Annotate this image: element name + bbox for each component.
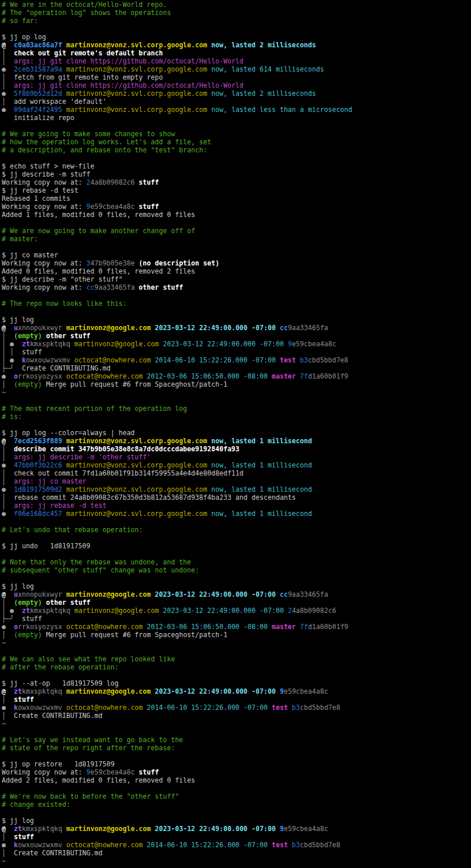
terminal-line: │ │ stuff (2, 348, 471, 356)
terminal: # We are in the octocat/Hello-World repo… (0, 0, 471, 868)
terminal-line: ● 2ceb31587a9a martinvonz@vonz.svl.corp.… (2, 65, 471, 73)
terminal-line: │ describe commit 347b9b05e38e8c8a7dc0dc… (2, 445, 471, 453)
terminal-line: $ jj op log (2, 33, 471, 41)
terminal-line: # Let's say we instead want to go back t… (2, 736, 471, 744)
terminal-line: # subsequent "other stuff" change was no… (2, 566, 471, 574)
terminal-line: $ jj co master (2, 251, 471, 259)
terminal-line: # We are now going to make another chang… (2, 227, 471, 235)
terminal-line: @ ztkmxspktqkq martinvonz@google.com 202… (2, 825, 471, 833)
terminal-line (2, 784, 471, 792)
terminal-line (2, 122, 471, 130)
terminal-line: │ (empty) other stuff (2, 332, 471, 340)
terminal-line (2, 809, 471, 817)
terminal-line: ● f06e168dc457 martinvonz@vonz.svl.corp.… (2, 510, 471, 518)
terminal-line: ● orrkosyozysx octocat@nowhere.com 2012-… (2, 623, 471, 631)
terminal-line: # is: (2, 413, 471, 421)
terminal-line: $ echo stuff > new-file (2, 162, 471, 170)
terminal-line: │ check out git remote's default branch (2, 49, 471, 57)
terminal-line: $ jj --at-op 1d81917509 log (2, 679, 471, 687)
terminal-line (2, 752, 471, 760)
terminal-line: │ args: jj co master (2, 477, 471, 485)
terminal-line: $ jj log (2, 316, 471, 324)
terminal-line: # The "operation log" shows the operatio… (2, 9, 471, 17)
terminal-line: # We can also see what the repo looked l… (2, 655, 471, 663)
terminal-line: │ args: jj git clone https://github.com/… (2, 57, 471, 65)
terminal-line: │ check out commit 7fd1a60b01f91b314f599… (2, 469, 471, 477)
terminal-line: │ (empty) other stuff (2, 598, 471, 607)
terminal-line (2, 574, 471, 582)
terminal-line: Working copy now at: 24a8b09082c6 stuff (2, 178, 471, 186)
terminal-line: │ add workspace 'default' (2, 98, 471, 106)
terminal-line: ● 09daf24f2495 martinvonz@vonz.svl.corp.… (2, 106, 471, 114)
terminal-line: │ args: jj git clone https://github.com/… (2, 81, 471, 89)
terminal-line: ~ (2, 639, 471, 647)
terminal-line: $ jj describe -m "other stuff" (2, 275, 471, 283)
terminal-line: $ jj log (2, 817, 471, 825)
terminal-line: # Note that only the rebase was undone, … (2, 558, 471, 566)
terminal-line (2, 518, 471, 526)
terminal-line: $ jj log (2, 582, 471, 590)
terminal-line: # Let's undo that rebase operation: (2, 526, 471, 534)
terminal-line: ~ (2, 857, 471, 865)
terminal-line: │ stuff (2, 695, 471, 704)
terminal-line: │ Create CONTRIBUTING.md (2, 712, 471, 720)
terminal-line: ● kowxouwzwxmv octocat@nowhere.com 2014-… (2, 841, 471, 849)
terminal-line (2, 243, 471, 251)
terminal-line: Working copy now at: 347b9b05e38e (no de… (2, 259, 471, 267)
terminal-line: @ ztkmxspktqkq martinvonz@google.com 202… (2, 687, 471, 695)
terminal-line (2, 728, 471, 736)
terminal-line: # The most recent portion of the operati… (2, 405, 471, 413)
terminal-line: # how the operation log works. Let's add… (2, 138, 471, 146)
terminal-line: # We are in the octocat/Hello-World repo… (2, 1, 471, 9)
terminal-line: $ jj rebase -d test (2, 186, 471, 194)
terminal-line: @ uxnnopukxwyr martinvonz@google.com 202… (2, 324, 471, 332)
terminal-line: Working copy now at: 9e59cbea4a8c stuff (2, 203, 471, 211)
terminal-line: ● 47bb0f3b22c6 martinvonz@vonz.svl.corp.… (2, 461, 471, 469)
terminal-line (2, 534, 471, 542)
terminal-line (2, 421, 471, 429)
terminal-line: @ uxnnopukxwyr martinvonz@google.com 202… (2, 590, 471, 598)
terminal-line: ~ (2, 388, 471, 396)
terminal-line: Working copy now at: 9e59cbea4a8c stuff (2, 768, 471, 776)
terminal-line: Added 0 files, modified 0 files, removed… (2, 267, 471, 275)
terminal-output: # We are in the octocat/Hello-World repo… (2, 1, 471, 865)
terminal-line: ● 1d81917509d2 martinvonz@vonz.svl.corp.… (2, 485, 471, 493)
terminal-line: # a description, and rebase onto the "te… (2, 146, 471, 154)
terminal-line: │ fetch from git remote into empty repo (2, 73, 471, 81)
terminal-line (2, 671, 471, 679)
terminal-line (2, 550, 471, 558)
terminal-line: │ args: jj rebase -d test (2, 502, 471, 510)
terminal-line: │ ● ztkmxspktqkq martinvonz@google.com 2… (2, 340, 471, 348)
terminal-line: ● orrkosyozysx octocat@nowhere.com 2012-… (2, 372, 471, 380)
terminal-line: $ jj op log --color=always | head (2, 429, 471, 437)
terminal-line: │ Create CONTRIBUTING.md (2, 849, 471, 857)
terminal-line: # so far: (2, 17, 471, 25)
terminal-line: │ rebase commit 24a8b09082c67b350d3b812a… (2, 493, 471, 502)
terminal-line (2, 219, 471, 227)
terminal-line: ● kowxouwzwxmv octocat@nowhere.com 2014-… (2, 704, 471, 712)
terminal-line: │ stuff (2, 833, 471, 841)
terminal-line: Rebased 1 commits (2, 194, 471, 203)
terminal-line: # master: (2, 235, 471, 243)
terminal-line: $ jj op restore 1d81917509 (2, 760, 471, 768)
terminal-line (2, 291, 471, 300)
terminal-line: │ ● ztkmxspktqkq martinvonz@google.com 2… (2, 607, 471, 615)
terminal-line: ├─╯ stuff (2, 615, 471, 623)
terminal-line: Added 1 files, modified 0 files, removed… (2, 211, 471, 219)
terminal-line: │ args: jj describe -m 'other stuff' (2, 453, 471, 461)
terminal-line (2, 25, 471, 33)
terminal-line (2, 154, 471, 162)
terminal-line: # We are going to make some changes to s… (2, 130, 471, 138)
terminal-line: # change existed: (2, 800, 471, 809)
terminal-line: @ 7ecd2563f889 martinvonz@vonz.svl.corp.… (2, 437, 471, 445)
terminal-line: $ jj undo 1d81917509 (2, 542, 471, 550)
terminal-line: # The repo now looks like this: (2, 300, 471, 308)
terminal-line: ~ (2, 720, 471, 728)
terminal-line: │ (empty) Merge pull request #6 from Spa… (2, 380, 471, 388)
terminal-line (2, 647, 471, 655)
terminal-line: # We're now back to before the "other st… (2, 792, 471, 800)
terminal-line: Added 2 files, modified 0 files, removed… (2, 776, 471, 784)
terminal-line: # state of the repo right after the reba… (2, 744, 471, 752)
terminal-line: Working copy now at: cc9aa33465fa other … (2, 283, 471, 291)
terminal-line: initialize repo (2, 114, 471, 122)
